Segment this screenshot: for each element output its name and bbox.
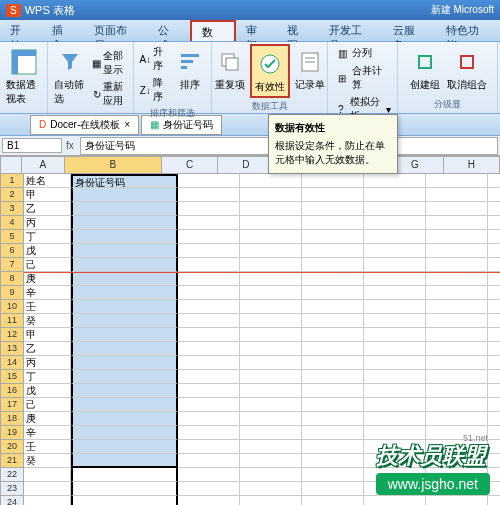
cell[interactable] (364, 272, 426, 286)
cell[interactable] (71, 286, 178, 300)
cell[interactable] (302, 314, 364, 328)
cell[interactable] (488, 216, 500, 230)
cell[interactable] (178, 272, 240, 286)
cell[interactable] (240, 300, 302, 314)
cell[interactable] (240, 482, 302, 496)
autofilter-button[interactable]: 自动筛选 (52, 44, 88, 109)
row-header[interactable]: 6 (0, 244, 24, 258)
cell[interactable] (178, 174, 240, 188)
cell[interactable] (178, 426, 240, 440)
cell[interactable] (364, 496, 426, 505)
cell[interactable] (302, 342, 364, 356)
cell[interactable]: 庚 (24, 412, 71, 426)
cell[interactable] (302, 468, 364, 482)
row-header[interactable]: 7 (0, 258, 24, 272)
showall-button[interactable]: ▦全部显示 (90, 48, 129, 78)
tab-home[interactable]: 开始 (0, 20, 42, 41)
fx-icon[interactable]: fx (62, 140, 78, 151)
row-header[interactable]: 9 (0, 286, 24, 300)
cell[interactable] (240, 188, 302, 202)
cell[interactable] (364, 202, 426, 216)
cell[interactable] (302, 202, 364, 216)
cell[interactable] (302, 188, 364, 202)
cell[interactable] (488, 202, 500, 216)
cell[interactable] (364, 384, 426, 398)
tab-cloud[interactable]: 云服务 (383, 20, 436, 41)
cell[interactable] (24, 482, 71, 496)
cell[interactable] (240, 398, 302, 412)
row-header[interactable]: 16 (0, 384, 24, 398)
tab-insert[interactable]: 插入 (42, 20, 84, 41)
cell[interactable] (71, 216, 178, 230)
row-header[interactable]: 23 (0, 482, 24, 496)
cell[interactable] (178, 356, 240, 370)
cell[interactable]: 姓名 (24, 174, 71, 188)
cell[interactable] (426, 412, 488, 426)
col-header-c[interactable]: C (162, 156, 218, 174)
cell[interactable] (24, 496, 71, 505)
cell[interactable] (302, 370, 364, 384)
cell[interactable] (426, 286, 488, 300)
tab-view[interactable]: 视图 (277, 20, 319, 41)
pivot-button[interactable]: 数据透视表 (4, 44, 43, 108)
cell[interactable] (364, 398, 426, 412)
row-header[interactable]: 12 (0, 328, 24, 342)
cell[interactable] (178, 244, 240, 258)
cell[interactable] (71, 258, 178, 272)
cell[interactable] (364, 426, 426, 440)
cell[interactable] (364, 258, 426, 272)
tab-data[interactable]: 数据 (190, 20, 236, 41)
reapply-button[interactable]: ↻重新应用 (90, 79, 129, 109)
cell[interactable] (240, 244, 302, 258)
cell[interactable] (302, 230, 364, 244)
cell[interactable] (178, 454, 240, 468)
cell[interactable] (178, 286, 240, 300)
cell[interactable] (426, 202, 488, 216)
cell[interactable] (426, 314, 488, 328)
select-all-corner[interactable] (0, 156, 22, 174)
cell[interactable]: 丙 (24, 356, 71, 370)
cell[interactable]: 庚 (24, 272, 71, 286)
cell[interactable] (178, 258, 240, 272)
cell[interactable]: 辛 (24, 286, 71, 300)
cell[interactable] (426, 244, 488, 258)
cell[interactable] (426, 230, 488, 244)
row-header[interactable]: 5 (0, 230, 24, 244)
cell[interactable] (302, 384, 364, 398)
row-header[interactable]: 2 (0, 188, 24, 202)
cell[interactable] (240, 174, 302, 188)
cell[interactable] (178, 328, 240, 342)
cell[interactable] (302, 398, 364, 412)
cell[interactable]: 乙 (24, 202, 71, 216)
cell[interactable] (178, 384, 240, 398)
cell[interactable] (426, 370, 488, 384)
cell[interactable] (426, 496, 488, 505)
cell[interactable] (426, 216, 488, 230)
row-header[interactable]: 21 (0, 454, 24, 468)
cell[interactable] (240, 202, 302, 216)
cell[interactable] (302, 272, 364, 286)
cell[interactable] (302, 482, 364, 496)
cell[interactable] (240, 412, 302, 426)
cell[interactable] (71, 342, 178, 356)
cell[interactable]: 甲 (24, 188, 71, 202)
cell[interactable] (71, 482, 178, 496)
cell[interactable] (302, 412, 364, 426)
cell[interactable] (178, 496, 240, 505)
cell[interactable] (488, 188, 500, 202)
cell[interactable] (302, 440, 364, 454)
row-header[interactable]: 20 (0, 440, 24, 454)
cell[interactable] (302, 300, 364, 314)
cell[interactable] (364, 174, 426, 188)
cell[interactable] (71, 454, 178, 468)
cell[interactable] (178, 370, 240, 384)
cell[interactable] (240, 370, 302, 384)
cell[interactable] (178, 342, 240, 356)
cell[interactable] (178, 398, 240, 412)
cell[interactable] (302, 328, 364, 342)
cell[interactable] (426, 300, 488, 314)
cell[interactable] (488, 300, 500, 314)
sort-button[interactable]: 排序 (172, 44, 208, 105)
row-header[interactable]: 4 (0, 216, 24, 230)
consolidate-button[interactable]: ⊞合并计算 (332, 63, 393, 93)
